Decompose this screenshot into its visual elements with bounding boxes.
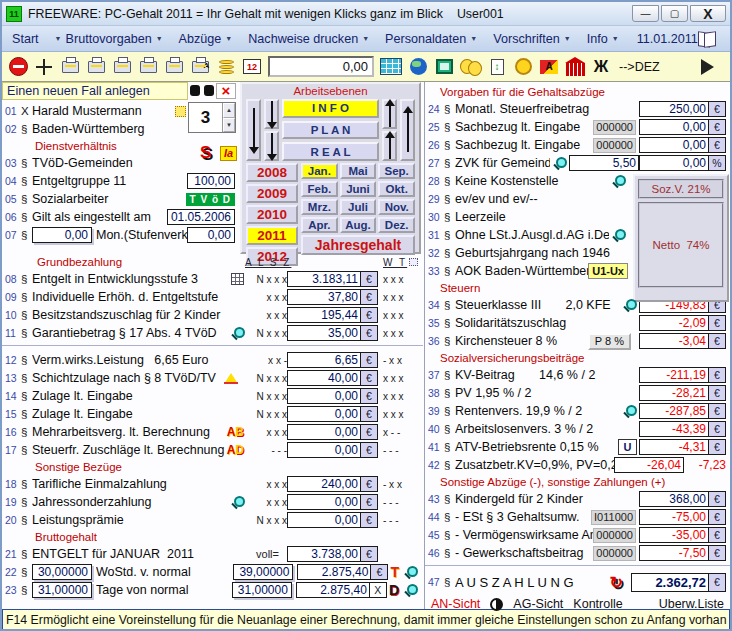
masks-button[interactable] xyxy=(460,55,481,79)
value-field[interactable]: -35,00 xyxy=(639,527,709,543)
doc-refresh-button[interactable]: ↕ xyxy=(487,55,507,79)
value-field[interactable]: 250,00 xyxy=(639,101,709,117)
new-case-header[interactable]: Einen neuen Fall anlegen xyxy=(2,82,188,100)
month-mai-button[interactable]: Mai xyxy=(340,163,377,179)
menu-nachweise-drucken[interactable]: Nachweise drucken▼ xyxy=(248,32,369,46)
value-field[interactable]: 0,00 xyxy=(287,406,361,422)
input-field[interactable]: 0,00 xyxy=(32,227,92,243)
spinner-down-button[interactable]: ▼ xyxy=(223,118,235,133)
binoculars-search-icon[interactable] xyxy=(190,85,214,97)
magnifier-icon[interactable] xyxy=(404,566,417,579)
magnifier-icon[interactable] xyxy=(231,496,244,509)
magnifier-icon[interactable] xyxy=(612,175,625,188)
value-field[interactable]: -287,85 xyxy=(639,403,709,419)
view-toggle-icon[interactable] xyxy=(490,598,503,611)
value-field[interactable]: 0,00 xyxy=(287,424,361,440)
menu-personaldaten[interactable]: Personaldaten▼ xyxy=(385,32,477,46)
print-button-1[interactable] xyxy=(60,55,80,79)
globe-button[interactable] xyxy=(408,55,428,79)
eagle-button[interactable]: Ж xyxy=(591,55,611,79)
year-2010-button[interactable]: 2010 xyxy=(246,205,298,224)
value-field[interactable]: -4,31 xyxy=(639,439,709,455)
value-field[interactable]: 5,50 xyxy=(569,155,639,171)
coin-button[interactable] xyxy=(513,55,533,79)
amount-input[interactable] xyxy=(268,56,374,77)
value-field[interactable]: 3.183,11 xyxy=(287,271,361,287)
value-field[interactable]: -43,39 xyxy=(639,421,709,437)
print-a-button[interactable]: A xyxy=(190,55,210,79)
value-field[interactable]: -211,19 xyxy=(639,367,709,383)
year-2009-button[interactable]: 2009 xyxy=(246,184,298,203)
maximize-button[interactable]: ▢ xyxy=(661,5,688,22)
month-juni-button[interactable]: Juni xyxy=(340,181,377,197)
magnifier-icon[interactable] xyxy=(404,584,417,597)
input-field[interactable]: 31,00000 xyxy=(232,582,292,598)
print-button-5[interactable] xyxy=(164,55,184,79)
value-field[interactable]: 0,00 xyxy=(287,388,361,404)
handbook-icon[interactable] xyxy=(698,31,716,46)
print-button-4[interactable] xyxy=(138,55,158,79)
scroll-down-button-2[interactable] xyxy=(264,131,279,161)
menu-bruttovorgaben[interactable]: ▼Bruttovorgaben▼ xyxy=(55,32,163,46)
value-field[interactable]: 0,00 xyxy=(639,119,709,135)
print-button-3[interactable] xyxy=(112,55,132,79)
table-button[interactable] xyxy=(380,55,402,79)
level-info-button[interactable]: I N F O xyxy=(282,99,379,118)
level-plan-button[interactable]: P L A N xyxy=(282,121,379,140)
value-field[interactable]: 2.875,40 xyxy=(296,582,370,598)
month-okt-button[interactable]: Okt. xyxy=(378,181,415,197)
print-button-2[interactable] xyxy=(86,55,106,79)
code-field[interactable]: 000000 xyxy=(593,138,636,153)
magnifier-icon[interactable] xyxy=(553,157,566,170)
scroll-up-fast-button[interactable] xyxy=(400,99,415,161)
month-apr-button[interactable]: Apr. xyxy=(301,217,338,233)
coins-button[interactable] xyxy=(216,55,236,79)
scroll-down-button[interactable] xyxy=(264,99,279,129)
value-field[interactable]: 368,00 xyxy=(639,491,709,507)
year-2008-button[interactable]: 2008 xyxy=(246,163,298,182)
value-field[interactable]: 2.875,40 xyxy=(297,564,371,580)
scroll-up-button-2[interactable] xyxy=(382,131,397,161)
level-real-button[interactable]: R E A L xyxy=(282,142,379,161)
scroll-up-button[interactable] xyxy=(382,99,397,129)
code-field[interactable]: 000000 xyxy=(593,120,636,135)
value-field[interactable]: 6,65 xyxy=(287,352,361,368)
value-field[interactable]: 0,00 xyxy=(287,442,361,458)
menu-vorschriften[interactable]: Vorschriften▼ xyxy=(493,32,570,46)
magnifier-icon[interactable] xyxy=(612,229,625,242)
flag-button[interactable]: A xyxy=(539,55,559,79)
view-ueberweisungsliste[interactable]: Uberw.Liste xyxy=(659,597,724,611)
move-button[interactable] xyxy=(34,55,54,79)
value-field[interactable]: -2,09 xyxy=(639,315,709,331)
menu-abzuege[interactable]: Abzüge▼ xyxy=(179,32,233,46)
month-feb-button[interactable]: Feb. xyxy=(301,181,338,197)
value-field[interactable]: 0,00 xyxy=(287,494,361,510)
view-an-sicht[interactable]: AN-Sicht xyxy=(431,597,480,611)
church-tax-button[interactable]: P 8 % xyxy=(588,333,631,350)
scroll-down-fast-button[interactable] xyxy=(246,99,261,161)
view-ag-sicht[interactable]: AG-Sicht xyxy=(513,597,563,611)
bank-button[interactable] xyxy=(565,55,585,79)
month-dez-button[interactable]: Dez. xyxy=(378,217,415,233)
delete-case-icon[interactable]: × xyxy=(216,83,236,99)
value-field[interactable]: 0,00 xyxy=(287,512,361,528)
case-number-spinner[interactable]: 3 ▲ ▼ xyxy=(188,102,236,133)
magnifier-icon[interactable] xyxy=(623,405,636,418)
month-mrz-button[interactable]: Mrz. xyxy=(301,199,338,215)
view-kontrolle[interactable]: Kontrolle xyxy=(573,597,622,611)
code-field[interactable]: 000000 xyxy=(593,546,636,561)
value-field[interactable]: 0,00 xyxy=(187,227,235,243)
value-field[interactable]: 37,80 xyxy=(287,289,361,305)
value-field-2[interactable]: 0,00 xyxy=(639,155,709,171)
recalc-icon[interactable]: ↻ xyxy=(610,575,623,590)
code-field[interactable]: 000000 xyxy=(593,528,636,543)
month-juli-button[interactable]: Juli xyxy=(340,199,377,215)
input-field[interactable]: 39,00000 xyxy=(233,564,293,580)
close-button[interactable]: X xyxy=(690,5,726,22)
year-2011-button[interactable]: 2011 xyxy=(246,226,298,245)
jahresgehalt-button[interactable]: Jahresgehalt xyxy=(301,235,415,255)
calendar-button[interactable]: 12 xyxy=(242,55,262,79)
month-jan-button[interactable]: Jan. xyxy=(301,163,338,179)
value-field[interactable]: -7,50 xyxy=(639,545,709,561)
month-nov-button[interactable]: Nov. xyxy=(378,199,415,215)
